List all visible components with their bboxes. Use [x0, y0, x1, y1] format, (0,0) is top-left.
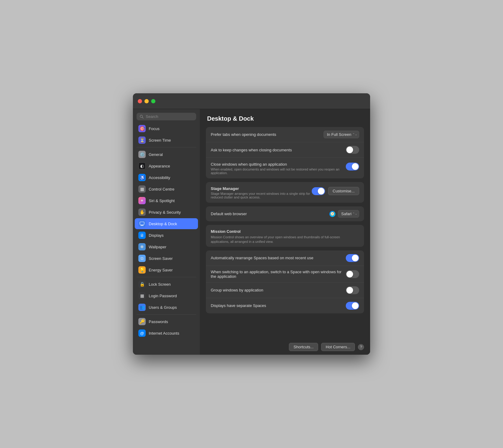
ask-keep-changes-toggle[interactable] — [346, 146, 359, 154]
default-browser-select[interactable]: Safari — [338, 210, 359, 218]
default-browser-row: Default web browser 🧭 Safari — [206, 206, 364, 221]
sidebar-label-passwords: Passwords — [149, 319, 168, 324]
default-browser-label: Default web browser — [211, 212, 329, 216]
sidebar-item-focus[interactable]: 🎯 Focus — [135, 123, 198, 134]
prefer-tabs-select[interactable]: In Full Screen — [324, 131, 359, 138]
lock-screen-icon: 🔒 — [138, 281, 146, 288]
sidebar-label-screen-saver: Screen Saver — [149, 256, 173, 261]
ask-keep-changes-label: Ask to keep changes when closing documen… — [211, 148, 346, 152]
close-windows-label: Close windows when quitting an applicati… — [211, 162, 346, 175]
group-windows-row: Group windows by application — [206, 283, 364, 298]
mission-control-header: Mission Control Mission Control shows an… — [206, 225, 364, 247]
stage-manager-label: Stage Manager Stage Manager arranges you… — [211, 186, 312, 199]
switch-space-toggle[interactable] — [346, 270, 359, 278]
accessibility-icon: ♿ — [138, 174, 146, 181]
sidebar-item-lock-screen[interactable]: 🔒 Lock Screen — [135, 279, 198, 290]
titlebar — [133, 93, 370, 109]
minimize-button[interactable] — [144, 99, 149, 103]
sidebar-label-privacy-security: Privacy & Security — [149, 210, 181, 215]
group-windows-toggle[interactable] — [346, 286, 359, 294]
desktop-dock-icon — [138, 220, 146, 227]
sidebar-label-displays: Displays — [149, 233, 164, 238]
group-windows-control[interactable] — [346, 286, 359, 294]
hot-corners-button[interactable]: Hot Corners... — [321, 343, 355, 351]
sidebar-item-desktop-dock[interactable]: Desktop & Dock — [135, 218, 198, 229]
ask-keep-changes-control[interactable] — [346, 146, 359, 154]
sidebar-label-control-centre: Control Centre — [149, 187, 175, 191]
group-windows-label: Group windows by application — [211, 288, 346, 292]
sidebar-label-screen-time: Screen Time — [149, 138, 171, 143]
sidebar-item-appearance[interactable]: ◐ Appearance — [135, 160, 198, 171]
search-input[interactable] — [146, 114, 193, 119]
sidebar-item-passwords[interactable]: 🔑 Passwords — [135, 316, 198, 327]
energy-saver-icon: 💡 — [138, 266, 146, 274]
default-browser-select-wrapper[interactable]: Safari — [338, 210, 359, 218]
screen-time-icon: ⏳ — [138, 136, 146, 144]
switch-space-control[interactable] — [346, 270, 359, 278]
safari-icon: 🧭 — [329, 211, 335, 217]
card-default-browser: Default web browser 🧭 Safari — [206, 206, 364, 221]
system-preferences-window: 🎯 Focus ⏳ Screen Time ⚙️ General ◐ Appea… — [133, 93, 370, 355]
close-windows-sublabel: When enabled, open documents and windows… — [211, 167, 346, 175]
close-button[interactable] — [138, 99, 142, 103]
separate-spaces-control[interactable] — [346, 302, 359, 310]
sidebar-item-displays[interactable]: 🖥 Displays — [135, 230, 198, 241]
siri-spotlight-icon: ✦ — [138, 197, 146, 204]
general-icon: ⚙️ — [138, 151, 146, 158]
close-windows-toggle-knob — [352, 163, 359, 170]
sidebar-label-lock-screen: Lock Screen — [149, 282, 171, 287]
sidebar-item-users-groups[interactable]: 👥 Users & Groups — [135, 302, 198, 313]
close-windows-toggle[interactable] — [346, 163, 359, 171]
window-body: 🎯 Focus ⏳ Screen Time ⚙️ General ◐ Appea… — [133, 109, 370, 355]
ask-keep-changes-row: Ask to keep changes when closing documen… — [206, 142, 364, 158]
card-mission-control: Mission Control Mission Control shows an… — [206, 225, 364, 247]
sidebar-label-general: General — [149, 152, 163, 157]
sidebar-item-screen-saver[interactable]: ⧉ Screen Saver — [135, 253, 198, 264]
search-icon — [140, 115, 144, 119]
sidebar-item-privacy-security[interactable]: ✋ Privacy & Security — [135, 207, 198, 218]
sidebar-item-control-centre[interactable]: ▦ Control Centre — [135, 184, 198, 195]
sidebar-item-general[interactable]: ⚙️ General — [135, 149, 198, 160]
svg-rect-3 — [140, 225, 144, 226]
sidebar-label-wallpaper: Wallpaper — [149, 245, 166, 249]
auto-rearrange-toggle[interactable] — [346, 254, 359, 262]
sidebar-item-accessibility[interactable]: ♿ Accessibility — [135, 172, 198, 183]
shortcuts-button[interactable]: Shortcuts... — [289, 343, 318, 351]
default-browser-control[interactable]: 🧭 Safari — [329, 210, 359, 218]
control-centre-icon: ▦ — [138, 185, 146, 193]
sidebar-item-login-password[interactable]: ▦ Login Password — [135, 290, 198, 301]
separate-spaces-toggle[interactable] — [346, 302, 359, 310]
sidebar-item-energy-saver[interactable]: 💡 Energy Saver — [135, 264, 198, 275]
sidebar-item-wallpaper[interactable]: ❋ Wallpaper — [135, 241, 198, 252]
customise-button[interactable]: Customise... — [328, 187, 359, 195]
internet-accounts-icon: @ — [138, 329, 146, 337]
search-box[interactable] — [137, 113, 196, 120]
separate-spaces-toggle-knob — [352, 302, 359, 309]
prefer-tabs-control[interactable]: In Full Screen — [324, 131, 359, 138]
stage-manager-toggle-knob — [318, 188, 324, 195]
sidebar-item-screen-time[interactable]: ⏳ Screen Time — [135, 135, 198, 146]
mission-control-subtext: Mission Control shows an overview of you… — [211, 235, 359, 244]
close-windows-control[interactable] — [346, 163, 359, 171]
close-windows-row: Close windows when quitting an applicati… — [206, 158, 364, 178]
sidebar-label-energy-saver: Energy Saver — [149, 268, 173, 272]
auto-rearrange-control[interactable] — [346, 254, 359, 262]
focus-icon: 🎯 — [138, 125, 146, 132]
switch-space-toggle-knob — [346, 271, 353, 277]
prefer-tabs-select-wrapper[interactable]: In Full Screen — [324, 131, 359, 138]
help-button[interactable]: ? — [358, 344, 364, 350]
auto-rearrange-toggle-knob — [352, 255, 359, 261]
maximize-button[interactable] — [151, 99, 155, 103]
sidebar-item-siri-spotlight[interactable]: ✦ Siri & Spotlight — [135, 195, 198, 206]
sidebar-divider-1 — [137, 147, 196, 147]
screen-saver-icon: ⧉ — [138, 255, 146, 262]
switch-space-row: When switching to an application, switch… — [206, 266, 364, 283]
card-stage-manager: Stage Manager Stage Manager arranges you… — [206, 182, 364, 203]
sidebar-item-internet-accounts[interactable]: @ Internet Accounts — [135, 328, 198, 339]
sidebar-divider-3 — [137, 314, 196, 315]
sidebar-label-accessibility: Accessibility — [149, 175, 170, 180]
stage-manager-control[interactable]: Customise... — [312, 187, 359, 195]
stage-manager-row: Stage Manager Stage Manager arranges you… — [206, 182, 364, 203]
stage-manager-toggle[interactable] — [312, 187, 325, 195]
separate-spaces-row: Displays have separate Spaces — [206, 298, 364, 313]
